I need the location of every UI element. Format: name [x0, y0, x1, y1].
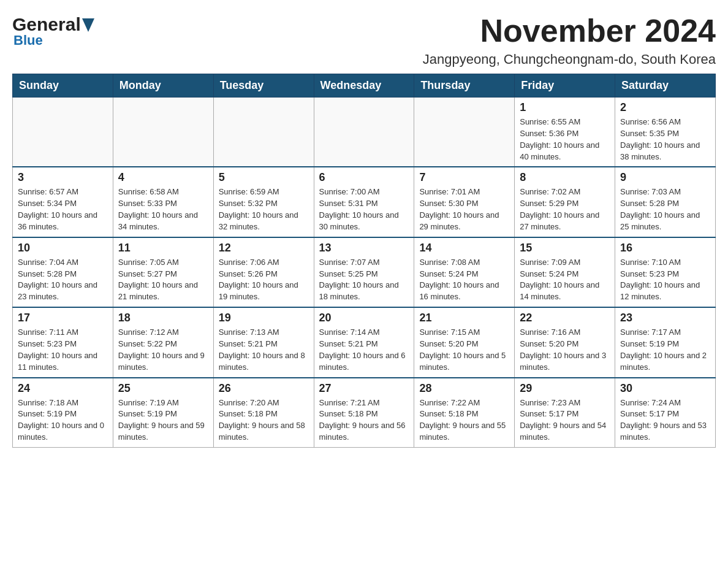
calendar-table: Sunday Monday Tuesday Wednesday Thursday… — [12, 74, 716, 448]
table-row: 28Sunrise: 7:22 AMSunset: 5:18 PMDayligh… — [414, 378, 515, 448]
day-number: 25 — [118, 382, 208, 395]
day-number: 28 — [419, 382, 509, 395]
logo-line1: General — [12, 15, 94, 34]
table-row — [414, 98, 515, 167]
day-info: Sunrise: 7:16 AMSunset: 5:20 PMDaylight:… — [520, 327, 610, 373]
day-info: Sunrise: 7:22 AMSunset: 5:18 PMDaylight:… — [419, 397, 509, 443]
day-info: Sunrise: 7:24 AMSunset: 5:17 PMDaylight:… — [620, 397, 710, 443]
table-row: 25Sunrise: 7:19 AMSunset: 5:19 PMDayligh… — [113, 378, 213, 448]
table-row: 22Sunrise: 7:16 AMSunset: 5:20 PMDayligh… — [515, 307, 615, 377]
day-number: 16 — [620, 242, 710, 255]
calendar-week-row: 3Sunrise: 6:57 AMSunset: 5:34 PMDaylight… — [13, 167, 716, 237]
header-wednesday: Wednesday — [314, 74, 414, 98]
table-row: 6Sunrise: 7:00 AMSunset: 5:31 PMDaylight… — [314, 167, 414, 237]
day-number: 10 — [18, 242, 108, 255]
logo: General Blue — [12, 15, 94, 48]
day-number: 6 — [319, 171, 409, 184]
day-info: Sunrise: 7:15 AMSunset: 5:20 PMDaylight:… — [419, 327, 509, 373]
day-info: Sunrise: 7:03 AMSunset: 5:28 PMDaylight:… — [620, 186, 710, 232]
table-row: 1Sunrise: 6:55 AMSunset: 5:36 PMDaylight… — [515, 98, 615, 167]
table-row: 30Sunrise: 7:24 AMSunset: 5:17 PMDayligh… — [615, 378, 716, 448]
logo-blue-text: Blue — [13, 33, 94, 48]
day-info: Sunrise: 6:57 AMSunset: 5:34 PMDaylight:… — [18, 186, 108, 232]
day-number: 14 — [419, 242, 509, 255]
table-row: 3Sunrise: 6:57 AMSunset: 5:34 PMDaylight… — [13, 167, 113, 237]
table-row: 19Sunrise: 7:13 AMSunset: 5:21 PMDayligh… — [213, 307, 314, 377]
day-info: Sunrise: 6:59 AMSunset: 5:32 PMDaylight:… — [219, 186, 309, 232]
day-info: Sunrise: 7:06 AMSunset: 5:26 PMDaylight:… — [219, 257, 309, 303]
table-row — [213, 98, 314, 167]
table-row: 13Sunrise: 7:07 AMSunset: 5:25 PMDayligh… — [314, 237, 414, 307]
page-header: General Blue November 2024 Jangpyeong, C… — [12, 12, 716, 67]
calendar-week-row: 10Sunrise: 7:04 AMSunset: 5:28 PMDayligh… — [13, 237, 716, 307]
table-row — [13, 98, 113, 167]
header-monday: Monday — [113, 74, 213, 98]
location-title: Jangpyeong, Chungcheongnam-do, South Kor… — [423, 52, 716, 67]
day-number: 1 — [520, 101, 610, 114]
table-row: 11Sunrise: 7:05 AMSunset: 5:27 PMDayligh… — [113, 237, 213, 307]
table-row — [314, 98, 414, 167]
table-row: 27Sunrise: 7:21 AMSunset: 5:18 PMDayligh… — [314, 378, 414, 448]
day-number: 18 — [118, 312, 208, 324]
month-title: November 2024 — [423, 12, 716, 49]
header-saturday: Saturday — [615, 74, 716, 98]
header-friday: Friday — [515, 74, 615, 98]
day-number: 19 — [219, 312, 309, 324]
table-row: 10Sunrise: 7:04 AMSunset: 5:28 PMDayligh… — [13, 237, 113, 307]
table-row — [113, 98, 213, 167]
day-number: 30 — [620, 382, 710, 395]
svg-marker-0 — [82, 18, 94, 32]
table-row: 23Sunrise: 7:17 AMSunset: 5:19 PMDayligh… — [615, 307, 716, 377]
table-row: 9Sunrise: 7:03 AMSunset: 5:28 PMDaylight… — [615, 167, 716, 237]
day-number: 13 — [319, 242, 409, 255]
day-number: 4 — [118, 171, 208, 184]
day-number: 7 — [419, 171, 509, 184]
header-sunday: Sunday — [13, 74, 113, 98]
table-row: 12Sunrise: 7:06 AMSunset: 5:26 PMDayligh… — [213, 237, 314, 307]
day-info: Sunrise: 7:17 AMSunset: 5:19 PMDaylight:… — [620, 327, 710, 373]
day-info: Sunrise: 7:11 AMSunset: 5:23 PMDaylight:… — [18, 327, 108, 373]
day-number: 29 — [520, 382, 610, 395]
day-info: Sunrise: 7:04 AMSunset: 5:28 PMDaylight:… — [18, 257, 108, 303]
table-row: 21Sunrise: 7:15 AMSunset: 5:20 PMDayligh… — [414, 307, 515, 377]
day-info: Sunrise: 7:09 AMSunset: 5:24 PMDaylight:… — [520, 257, 610, 303]
table-row: 20Sunrise: 7:14 AMSunset: 5:21 PMDayligh… — [314, 307, 414, 377]
calendar-week-row: 24Sunrise: 7:18 AMSunset: 5:19 PMDayligh… — [13, 378, 716, 448]
day-number: 22 — [520, 312, 610, 324]
logo-arrow-icon — [82, 15, 94, 34]
day-info: Sunrise: 7:19 AMSunset: 5:19 PMDaylight:… — [118, 397, 208, 443]
day-number: 24 — [18, 382, 108, 395]
day-number: 12 — [219, 242, 309, 255]
title-section: November 2024 Jangpyeong, Chungcheongnam… — [423, 12, 716, 67]
table-row: 8Sunrise: 7:02 AMSunset: 5:29 PMDaylight… — [515, 167, 615, 237]
table-row: 14Sunrise: 7:08 AMSunset: 5:24 PMDayligh… — [414, 237, 515, 307]
day-info: Sunrise: 7:08 AMSunset: 5:24 PMDaylight:… — [419, 257, 509, 303]
day-info: Sunrise: 7:05 AMSunset: 5:27 PMDaylight:… — [118, 257, 208, 303]
day-info: Sunrise: 6:55 AMSunset: 5:36 PMDaylight:… — [520, 117, 610, 163]
day-info: Sunrise: 7:14 AMSunset: 5:21 PMDaylight:… — [319, 327, 409, 373]
day-number: 8 — [520, 171, 610, 184]
day-number: 2 — [620, 101, 710, 114]
day-info: Sunrise: 7:13 AMSunset: 5:21 PMDaylight:… — [219, 327, 309, 373]
table-row: 17Sunrise: 7:11 AMSunset: 5:23 PMDayligh… — [13, 307, 113, 377]
day-info: Sunrise: 6:56 AMSunset: 5:35 PMDaylight:… — [620, 117, 710, 163]
day-info: Sunrise: 7:02 AMSunset: 5:29 PMDaylight:… — [520, 186, 610, 232]
day-number: 23 — [620, 312, 710, 324]
day-number: 27 — [319, 382, 409, 395]
logo-general-text: General — [12, 15, 81, 34]
calendar-header-row: Sunday Monday Tuesday Wednesday Thursday… — [13, 74, 716, 98]
table-row: 4Sunrise: 6:58 AMSunset: 5:33 PMDaylight… — [113, 167, 213, 237]
day-number: 3 — [18, 171, 108, 184]
day-info: Sunrise: 6:58 AMSunset: 5:33 PMDaylight:… — [118, 186, 208, 232]
day-info: Sunrise: 7:18 AMSunset: 5:19 PMDaylight:… — [18, 397, 108, 443]
table-row: 26Sunrise: 7:20 AMSunset: 5:18 PMDayligh… — [213, 378, 314, 448]
table-row: 5Sunrise: 6:59 AMSunset: 5:32 PMDaylight… — [213, 167, 314, 237]
day-info: Sunrise: 7:01 AMSunset: 5:30 PMDaylight:… — [419, 186, 509, 232]
day-number: 5 — [219, 171, 309, 184]
table-row: 15Sunrise: 7:09 AMSunset: 5:24 PMDayligh… — [515, 237, 615, 307]
day-number: 15 — [520, 242, 610, 255]
day-info: Sunrise: 7:07 AMSunset: 5:25 PMDaylight:… — [319, 257, 409, 303]
day-info: Sunrise: 7:21 AMSunset: 5:18 PMDaylight:… — [319, 397, 409, 443]
day-info: Sunrise: 7:23 AMSunset: 5:17 PMDaylight:… — [520, 397, 610, 443]
table-row: 16Sunrise: 7:10 AMSunset: 5:23 PMDayligh… — [615, 237, 716, 307]
